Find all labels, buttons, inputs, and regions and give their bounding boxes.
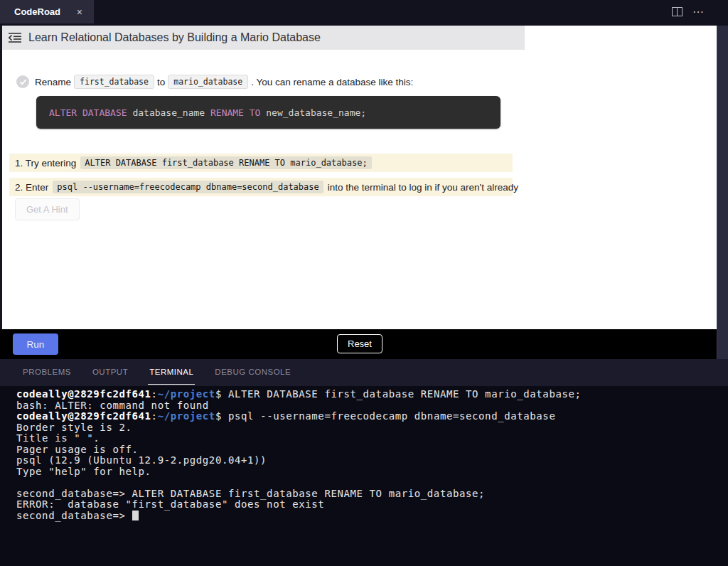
tutorial-panel: Learn Relational Databases by Building a…	[0, 26, 717, 329]
tutorial-title: Learn Relational Databases by Building a…	[28, 31, 321, 44]
terminal-cursor	[132, 511, 139, 520]
hint-text: 1. Try entering	[15, 158, 76, 169]
terminal-text-segment: :	[151, 410, 158, 422]
terminal-line: Border style is 2.	[16, 422, 728, 434]
terminal-text-segment: ERROR: database "first_database" does no…	[16, 498, 324, 510]
terminal-text-segment: ~/project	[158, 410, 215, 422]
terminal-text-segment: second_database=>	[16, 510, 132, 521]
terminal-text-segment: Border style is 2.	[16, 422, 132, 433]
task-code-to: mario_database	[168, 75, 248, 89]
terminal-text-segment: $ ALTER DATABASE first_database RENAME T…	[215, 388, 582, 400]
code-token: RENAME TO	[210, 107, 266, 118]
terminal-text-segment: codeally@2829fc2df641	[16, 410, 151, 422]
terminal-line	[16, 477, 728, 488]
get-a-hint-button[interactable]: Get A Hint	[15, 198, 80, 220]
task-code-from: first_database	[74, 75, 154, 89]
terminal-text-segment: Title is " ".	[16, 432, 100, 444]
terminal-text-segment: :	[151, 388, 158, 400]
tabbar-actions: ⋯	[672, 0, 728, 23]
terminal-text-segment: second_database=> ALTER DATABASE first_d…	[16, 488, 485, 499]
terminal[interactable]: codeally@2829fc2df641:~/project$ ALTER D…	[0, 386, 728, 566]
hint-text: into the terminal to log in if you aren'…	[328, 182, 518, 193]
sql-code-block: ALTER DATABASE database_name RENAME TO n…	[36, 96, 500, 129]
terminal-text-segment: ~/project	[158, 388, 215, 400]
terminal-line: codeally@2829fc2df641:~/project$ ALTER D…	[16, 389, 728, 400]
hint-list: 1. Try entering ALTER DATABASE first_dat…	[9, 154, 513, 202]
panel-tab-terminal[interactable]: TERMINAL	[148, 359, 195, 385]
panel-tab-bar: PROBLEMSOUTPUTTERMINALDEBUG CONSOLE	[0, 359, 728, 386]
reset-button[interactable]: Reset	[337, 334, 382, 353]
close-icon[interactable]: ×	[77, 6, 82, 18]
terminal-text-segment: codeally@2829fc2df641	[16, 388, 151, 400]
collapse-menu-icon[interactable]	[8, 32, 22, 43]
editor-scrollbar-track[interactable]	[717, 26, 728, 359]
run-button[interactable]: Run	[13, 333, 58, 355]
panel-tab-output[interactable]: OUTPUT	[91, 359, 129, 385]
terminal-line: psql (12.9 (Ubuntu 12.9-2.pgdg20.04+1))	[16, 455, 728, 466]
more-actions-icon[interactable]: ⋯	[692, 6, 705, 18]
terminal-text-segment: bash: ALTER: command not found	[16, 400, 209, 411]
terminal-text-segment: Pager usage is off.	[16, 444, 139, 455]
task-text: Rename first_database to mario_database …	[35, 75, 413, 89]
task-text-after: . You can rename a database like this:	[251, 77, 413, 87]
panel-tab-debug-console[interactable]: DEBUG CONSOLE	[213, 359, 292, 385]
terminal-line: Pager usage is off.	[16, 444, 728, 456]
panel-tab-problems[interactable]: PROBLEMS	[21, 359, 73, 385]
code-token: ALTER DATABASE	[49, 107, 132, 118]
split-editor-icon[interactable]	[672, 7, 682, 16]
task-text-before: Rename	[35, 77, 71, 87]
terminal-line: codeally@2829fc2df641:~/project$ psql --…	[16, 411, 728, 422]
code-token: database_name	[132, 107, 210, 118]
terminal-line: Title is " ".	[16, 433, 728, 444]
tutorial-header: Learn Relational Databases by Building a…	[2, 26, 525, 50]
terminal-text-segment: $ psql --username=freecodecamp dbname=se…	[215, 410, 556, 422]
task-check-icon	[16, 75, 29, 88]
terminal-text-segment: Type "help" for help.	[16, 466, 151, 477]
tab-coderoad-label: CodeRoad	[14, 6, 60, 17]
hint-text: 2. Enter	[15, 182, 48, 193]
editor-tab-bar: CodeRoad × ⋯	[0, 0, 728, 26]
hint-inline-code: psql --username=freecodecamp dbname=seco…	[53, 181, 323, 193]
code-token: new_database_name;	[266, 107, 366, 118]
terminal-line: bash: ALTER: command not found	[16, 400, 728, 412]
terminal-line: second_database=>	[16, 511, 728, 522]
hint-inline-code: ALTER DATABASE first_database RENAME TO …	[80, 156, 371, 169]
task-item: Rename first_database to mario_database …	[16, 75, 695, 89]
terminal-line: Type "help" for help.	[16, 466, 728, 478]
task-text-mid: to	[157, 77, 165, 87]
terminal-line: ERROR: database "first_database" does no…	[16, 499, 728, 511]
terminal-text-segment: psql (12.9 (Ubuntu 12.9-2.pgdg20.04+1))	[16, 454, 267, 466]
action-bar: Run Reset	[0, 329, 717, 359]
tab-coderoad[interactable]: CodeRoad ×	[0, 0, 94, 23]
terminal-line: second_database=> ALTER DATABASE first_d…	[16, 488, 728, 500]
hint-item-1: 1. Try entering ALTER DATABASE first_dat…	[9, 154, 513, 172]
hint-item-2: 2. Enter psql --username=freecodecamp db…	[9, 178, 513, 196]
